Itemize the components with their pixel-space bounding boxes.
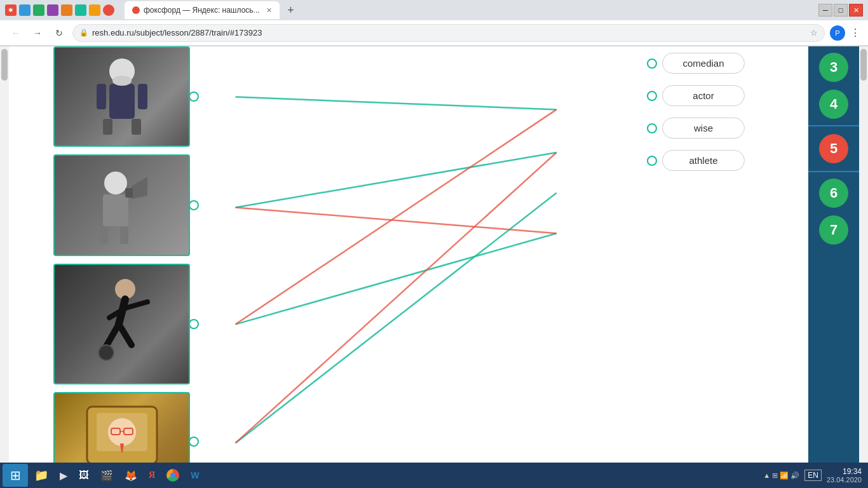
browser-menu-icon[interactable]: ⋮: [850, 27, 860, 39]
word-label-wise[interactable]: wise: [662, 118, 745, 139]
svg-point-14: [104, 172, 127, 194]
num-section-top: 3 4: [808, 46, 859, 126]
svg-marker-16: [132, 177, 147, 199]
start-button[interactable]: ⊞: [3, 464, 28, 487]
number-sidebar: 3 4 5 6 7: [808, 46, 859, 463]
left-connector-3[interactable]: [189, 319, 199, 329]
images-column: [53, 46, 190, 463]
image-item-4: [53, 392, 190, 463]
num-badge-3[interactable]: 3: [819, 53, 848, 82]
right-connector-comedian[interactable]: [647, 58, 657, 69]
app-icon-5[interactable]: [61, 4, 72, 16]
back-button[interactable]: ←: [8, 25, 24, 41]
taskbar-chrome[interactable]: [161, 464, 184, 487]
word-item-wise: wise: [647, 118, 745, 139]
nav-bar: ← → ↻ 🔒 resh.edu.ru/subject/lesson/2887/…: [0, 20, 868, 46]
svg-line-2: [236, 233, 557, 324]
num-badge-6[interactable]: 6: [819, 179, 848, 208]
taskbar-word[interactable]: W: [186, 464, 204, 487]
svg-line-22: [125, 302, 147, 308]
left-scroll: [0, 46, 9, 463]
num-badge-7[interactable]: 7: [819, 215, 848, 245]
app-icon-8[interactable]: [103, 4, 114, 16]
svg-point-29: [108, 418, 136, 446]
new-tab-button[interactable]: +: [282, 1, 300, 19]
num-section-mid: 5: [808, 126, 859, 171]
maximize-button[interactable]: □: [834, 4, 848, 17]
app-icon-6[interactable]: [75, 4, 86, 16]
app-icon-1[interactable]: ✱: [5, 4, 17, 16]
app-icon-4[interactable]: [47, 4, 58, 16]
right-scrollbar[interactable]: [859, 46, 868, 463]
svg-rect-17: [125, 188, 133, 198]
svg-line-24: [106, 324, 119, 346]
svg-line-3: [236, 193, 557, 444]
taskbar-firefox[interactable]: 🦊: [119, 464, 142, 487]
num-section-bottom: 6 7: [808, 171, 859, 251]
right-connector-athlete[interactable]: [647, 156, 657, 166]
taskbar-photos[interactable]: 🖼: [74, 464, 94, 487]
close-button[interactable]: ✕: [849, 4, 863, 17]
word-item-comedian: comedian: [647, 53, 745, 74]
word-label-athlete[interactable]: athlete: [662, 150, 745, 171]
left-scroll-thumb[interactable]: [1, 49, 8, 81]
image-item-1: [53, 46, 190, 147]
right-connector-wise[interactable]: [647, 123, 657, 133]
bookmark-icon[interactable]: ☆: [810, 28, 818, 37]
image-item-2: [53, 154, 190, 256]
svg-rect-8: [109, 84, 135, 119]
lang-indicator[interactable]: EN: [804, 470, 822, 481]
taskbar-yandex[interactable]: Я: [144, 464, 160, 487]
taskbar-explorer[interactable]: 📁: [29, 464, 53, 487]
tab-favicon: [132, 6, 140, 14]
svg-line-5: [236, 109, 557, 324]
svg-line-4: [236, 207, 557, 233]
image-box-athlete: [53, 264, 190, 384]
address-bar[interactable]: 🔒 resh.edu.ru/subject/lesson/2887/train/…: [72, 24, 825, 42]
svg-rect-10: [132, 119, 141, 135]
image-box-tv-kid: [53, 392, 190, 463]
taskbar-media[interactable]: ▶: [55, 464, 72, 487]
browser-chrome: ✱ фоксфорд — Яндекс: нашлось... ✕ + ─ □ …: [0, 0, 868, 46]
window-controls: ─ □ ✕: [818, 4, 863, 17]
taskbar-movies[interactable]: 🎬: [95, 464, 118, 487]
word-item-actor: actor: [647, 85, 745, 106]
svg-rect-18: [100, 226, 108, 244]
svg-line-25: [119, 324, 132, 345]
lock-icon: 🔒: [79, 29, 88, 37]
image-box-old-man: [53, 46, 190, 147]
exercise-area: comedian actor wise athlete: [9, 46, 808, 463]
left-connector-2[interactable]: [189, 200, 199, 210]
num-badge-5[interactable]: 5: [819, 134, 848, 163]
app-icon-2[interactable]: [19, 4, 31, 16]
app-icon-7[interactable]: [89, 4, 100, 16]
left-connector-1[interactable]: [189, 92, 199, 102]
main-wrapper: comedian actor wise athlete 3 4 5: [0, 46, 868, 463]
tab-label: фоксфорд — Яндекс: нашлось...: [144, 6, 260, 15]
tab-close-icon[interactable]: ✕: [266, 6, 272, 15]
app-icon-3[interactable]: [33, 4, 44, 16]
svg-line-0: [236, 97, 557, 110]
clock-date: 23.04.2020: [827, 476, 862, 484]
forward-button[interactable]: →: [29, 25, 46, 41]
words-column: comedian actor wise athlete: [647, 53, 745, 171]
right-connector-actor[interactable]: [647, 91, 657, 101]
taskbar: ⊞ 📁 ▶ 🖼 🎬 🦊 Я W ▲ ⊞ 📶 🔊 EN 19:34 23.04.2…: [0, 463, 868, 488]
profile-icon[interactable]: P: [830, 25, 845, 41]
tray-icons: ▲ ⊞ 📶 🔊: [763, 471, 799, 480]
image-box-director: [53, 154, 190, 256]
word-label-comedian[interactable]: comedian: [662, 53, 745, 74]
svg-rect-19: [120, 226, 128, 244]
active-tab[interactable]: фоксфорд — Яндекс: нашлось... ✕: [125, 1, 280, 19]
word-item-athlete: athlete: [647, 150, 745, 171]
right-scroll-thumb[interactable]: [860, 49, 867, 81]
svg-line-1: [236, 152, 557, 207]
clock-time: 19:34: [843, 467, 862, 476]
svg-line-6: [236, 152, 557, 443]
num-badge-4[interactable]: 4: [819, 90, 848, 119]
reload-button[interactable]: ↻: [51, 25, 67, 41]
minimize-button[interactable]: ─: [818, 4, 832, 17]
clock: 19:34 23.04.2020: [827, 467, 862, 484]
left-connector-4[interactable]: [189, 437, 199, 447]
word-label-actor[interactable]: actor: [662, 85, 745, 106]
